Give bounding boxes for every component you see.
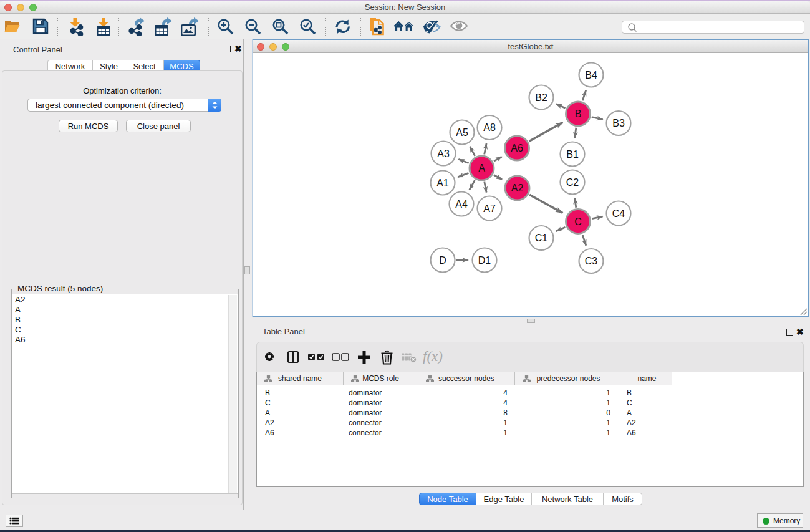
svg-text:A2: A2 bbox=[511, 183, 524, 193]
svg-text:C4: C4 bbox=[612, 208, 625, 219]
svg-text:A6: A6 bbox=[511, 143, 523, 153]
svg-text:A: A bbox=[478, 163, 485, 173]
svg-text:A7: A7 bbox=[483, 203, 496, 214]
svg-text:A5: A5 bbox=[456, 127, 468, 138]
svg-text:A8: A8 bbox=[483, 122, 496, 133]
svg-text:C3: C3 bbox=[585, 256, 598, 266]
svg-text:B4: B4 bbox=[585, 70, 597, 80]
svg-text:A1: A1 bbox=[436, 178, 449, 188]
svg-text:B2: B2 bbox=[535, 92, 547, 103]
svg-text:D1: D1 bbox=[478, 255, 491, 266]
svg-text:D: D bbox=[439, 255, 446, 266]
svg-text:C: C bbox=[574, 216, 582, 227]
svg-text:A4: A4 bbox=[455, 199, 468, 210]
svg-text:C2: C2 bbox=[566, 177, 579, 188]
svg-text:C1: C1 bbox=[535, 233, 548, 243]
svg-text:B: B bbox=[575, 109, 582, 119]
svg-text:B1: B1 bbox=[566, 149, 579, 160]
svg-text:A3: A3 bbox=[437, 148, 450, 159]
svg-text:B3: B3 bbox=[612, 118, 625, 128]
